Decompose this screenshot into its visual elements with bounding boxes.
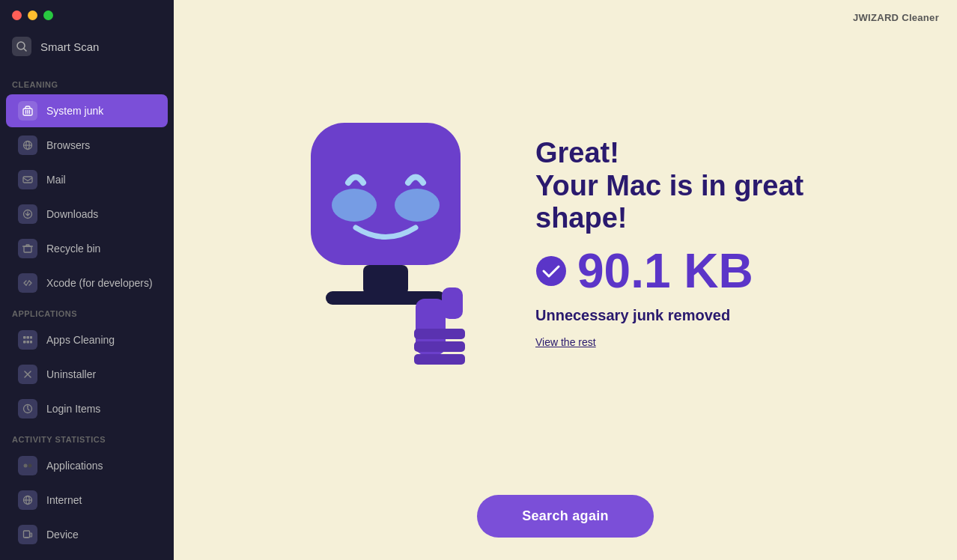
sidebar-item-applications-stat[interactable]: Applications [6,449,168,482]
svg-line-1 [24,49,26,51]
check-circle-icon [535,255,567,287]
recycle-bin-icon [18,239,37,258]
uninstaller-label: Uninstaller [46,368,96,380]
svg-point-23 [27,406,28,407]
section-label-activity: Activity statistics [0,426,174,448]
svg-rect-38 [363,265,408,295]
internet-icon [18,490,37,510]
apps-cleaning-label: Apps Cleaning [46,334,115,346]
system-junk-label: System junk [46,105,103,117]
sidebar-item-mail[interactable]: Mail [6,163,168,196]
sidebar-item-internet[interactable]: Internet [6,484,168,517]
sidebar-item-xcode[interactable]: Xcode (for developers) [6,267,168,299]
xcode-icon [18,273,37,293]
sidebar-item-device[interactable]: Device [6,518,168,551]
browsers-icon [18,136,37,155]
main-content: JWIZARD Cleaner [174,0,957,560]
sidebar-item-smart-scan[interactable]: Smart Scan [0,28,174,65]
content-area: Great! Your Mac is in great shape! 90.1 … [174,35,957,495]
xcode-label: Xcode (for developers) [46,277,153,289]
close-button[interactable] [12,10,22,20]
smart-scan-icon [12,37,31,56]
section-label-cleaning: Cleaning [0,71,174,94]
minimize-button[interactable] [28,10,37,20]
browsers-label: Browsers [46,139,90,151]
svg-rect-41 [442,287,463,319]
internet-label: Internet [46,494,82,506]
smart-scan-label: Smart Scan [40,40,99,53]
device-icon [18,525,37,544]
svg-rect-35 [311,123,461,265]
svg-rect-42 [414,329,465,339]
mail-icon [18,170,37,189]
apps-cleaning-icon [18,330,37,350]
mail-label: Mail [46,174,66,186]
sidebar-item-apps-cleaning[interactable]: Apps Cleaning [6,323,168,356]
downloads-label: Downloads [46,208,98,220]
sidebar-item-recycle-bin[interactable]: Recycle bin [6,232,168,265]
view-rest-link[interactable]: View the rest [535,336,850,348]
robot-illustration [281,100,490,385]
search-again-button[interactable]: Search again [477,495,654,538]
svg-rect-19 [30,341,32,344]
section-label-applications: Applications [0,300,174,323]
result-section: Great! Your Mac is in great shape! 90.1 … [535,137,850,348]
downloads-icon [18,204,37,224]
applications-stat-label: Applications [46,460,103,472]
header: JWIZARD Cleaner [174,0,957,35]
svg-line-13 [26,281,29,285]
sidebar-item-login-items[interactable]: Login Items [6,392,168,425]
svg-rect-14 [23,336,26,339]
svg-rect-18 [27,341,30,344]
result-subtitle: Unnecessary junk removed [535,307,850,324]
svg-point-36 [332,189,377,222]
sidebar-item-system-junk[interactable]: System junk [6,94,168,127]
traffic-lights [0,0,174,28]
login-items-icon [18,399,37,419]
result-headline: Great! Your Mac is in great shape! [535,137,850,235]
svg-point-24 [24,464,28,468]
svg-rect-9 [23,177,32,183]
result-size-value: 90.1 KB [577,247,753,295]
svg-point-45 [536,256,566,286]
device-label: Device [46,529,79,541]
uninstaller-icon [18,365,37,384]
svg-rect-29 [24,531,30,538]
result-size-container: 90.1 KB [535,247,850,295]
sidebar-item-uninstaller[interactable]: Uninstaller [6,358,168,391]
svg-rect-15 [27,336,30,339]
login-items-label: Login Items [46,403,100,415]
system-junk-icon [18,101,37,121]
svg-rect-30 [30,533,32,537]
sidebar-item-browsers[interactable]: Browsers [6,129,168,162]
section-label-files: Files [0,552,174,560]
svg-rect-44 [414,354,465,365]
svg-point-37 [395,189,440,222]
svg-point-25 [28,464,32,468]
svg-rect-43 [414,341,465,352]
svg-rect-11 [24,246,31,252]
applications-stat-icon [18,456,37,475]
app-title: JWIZARD Cleaner [853,12,939,23]
svg-rect-16 [30,336,32,339]
recycle-bin-label: Recycle bin [46,243,100,255]
footer-area: Search again [174,495,957,560]
sidebar-item-downloads[interactable]: Downloads [6,198,168,231]
maximize-button[interactable] [43,10,53,20]
svg-rect-17 [23,341,26,344]
sidebar: Smart Scan Cleaning System junk Browsers [0,0,174,560]
